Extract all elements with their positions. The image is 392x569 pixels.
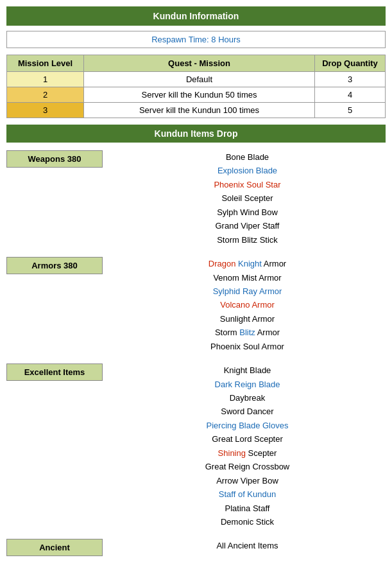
category-row: Excellent ItemsKnight BladeDark Reign Bl…	[6, 363, 386, 529]
category-label: Weapons 380	[6, 150, 103, 168]
list-item: All Ancient Items	[109, 539, 386, 552]
list-item: Knight Blade	[109, 363, 386, 377]
quest-cell: Server kill the Kundun 50 times	[84, 87, 315, 103]
page-title: Kundun Information	[6, 6, 386, 26]
items-section: Weapons 380Bone BladeExplosion BladePhoe…	[6, 150, 386, 556]
col-header-quest: Quest - Mission	[84, 55, 315, 72]
mission-level-cell: 1	[7, 72, 84, 87]
list-item: Great Lord Scepter	[109, 432, 386, 446]
list-item: Piercing Blade Gloves	[109, 419, 386, 432]
list-item: Dark Reign Blade	[109, 378, 386, 391]
list-item: Sword Dancer	[109, 405, 386, 418]
items-list: All Ancient Items	[103, 539, 386, 552]
list-item: Bone Blade	[109, 150, 386, 164]
list-item: Grand Viper Staff	[109, 219, 386, 232]
mission-table: Mission Level Quest - Mission Drop Quant…	[6, 55, 386, 118]
quest-cell: Default	[84, 72, 315, 87]
items-list: Dragon Knight ArmorVenom Mist ArmorSylph…	[103, 257, 386, 353]
table-row: 1Default3	[7, 72, 386, 87]
list-item: Sunlight Armor	[109, 312, 386, 326]
list-item: Storm Blitz Stick	[109, 233, 386, 247]
table-row: 2Server kill the Kundun 50 times4	[7, 87, 386, 103]
list-item: Phoenix Soul Star	[109, 178, 386, 191]
list-item: Phoenix Soul Armor	[109, 340, 386, 353]
drop-quantity-cell: 3	[315, 72, 386, 87]
list-item: Soleil Scepter	[109, 191, 386, 205]
list-item: Volcano Armor	[109, 298, 386, 311]
col-header-level: Mission Level	[7, 55, 84, 72]
category-label: Ancient	[6, 539, 103, 556]
list-item: Shining Scepter	[109, 446, 386, 460]
col-header-drop: Drop Quantity	[315, 55, 386, 72]
list-item: Venom Mist Armor	[109, 271, 386, 284]
drop-quantity-cell: 5	[315, 103, 386, 118]
category-row: Weapons 380Bone BladeExplosion BladePhoe…	[6, 150, 386, 247]
mission-level-cell: 2	[7, 87, 84, 103]
items-drop-title: Kundun Items Drop	[6, 125, 386, 143]
items-list: Knight BladeDark Reign BladeDaybreakSwor…	[103, 363, 386, 529]
list-item: Arrow Viper Bow	[109, 474, 386, 487]
list-item: Sylphid Ray Armor	[109, 284, 386, 298]
drop-quantity-cell: 4	[315, 87, 386, 103]
category-row: AncientAll Ancient Items	[6, 539, 386, 556]
list-item: Explosion Blade	[109, 164, 386, 177]
table-row: 3Server kill the Kundun 100 times5	[7, 103, 386, 118]
list-item: Storm Blitz Armor	[109, 326, 386, 339]
list-item: Sylph Wind Bow	[109, 206, 386, 219]
list-item: Staff of Kundun	[109, 487, 386, 501]
mission-level-cell: 3	[7, 103, 84, 118]
category-label: Armors 380	[6, 257, 103, 274]
list-item: Great Reign Crossbow	[109, 460, 386, 473]
category-label: Excellent Items	[6, 363, 103, 381]
list-item: Platina Staff	[109, 502, 386, 515]
list-item: Dragon Knight Armor	[109, 257, 386, 270]
items-list: Bone BladeExplosion BladePhoenix Soul St…	[103, 150, 386, 247]
list-item: Daybreak	[109, 391, 386, 405]
quest-cell: Server kill the Kundun 100 times	[84, 103, 315, 118]
category-row: Armors 380Dragon Knight ArmorVenom Mist …	[6, 257, 386, 353]
list-item: Demonic Stick	[109, 515, 386, 529]
respawn-info: Respawn Time: 8 Hours	[6, 31, 386, 48]
